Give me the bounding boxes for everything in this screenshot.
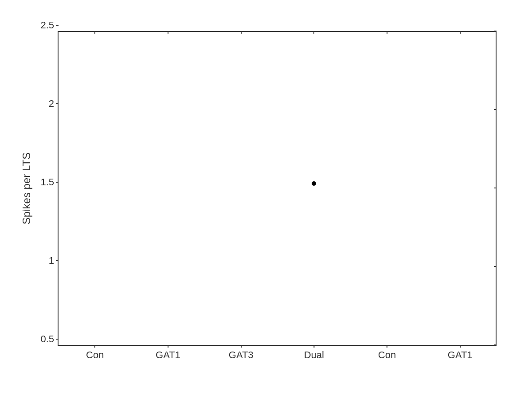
x-tick-gat1: GAT1 [156,345,180,361]
y-tick-2: 2 [36,98,59,110]
y-tick-1.5: 1.5 [36,176,59,188]
right-tick-0.5 [494,344,497,345]
data-point-dual-1.5 [312,181,316,186]
x-tick-gat1-2: GAT1 [448,345,473,361]
right-tick-1.5 [494,188,497,188]
right-tick-2.5 [494,31,497,31]
chart-plot-area: 0.5 1 1.5 2 2.5 [58,31,497,346]
x-tick-con1: Con [86,345,104,361]
x-tick-dual: Dual [304,345,324,361]
top-tick-con2 [387,31,387,34]
y-tick-2.5: 2.5 [36,20,59,31]
y-tick-1: 1 [36,255,59,266]
top-tick-gat1-2 [460,31,461,34]
x-tick-gat3: GAT3 [229,345,254,361]
top-tick-dual [313,31,314,34]
right-tick-1 [494,266,497,267]
right-tick-2 [494,109,497,110]
top-tick-gat3 [241,31,242,34]
y-tick-0.5: 0.5 [36,333,59,345]
top-tick-con1 [94,31,95,34]
y-axis-label: Spikes per LTS [20,153,33,224]
x-tick-con2: Con [378,345,396,361]
chart-container: Spikes per LTS 0.5 1 1.5 2 2.5 [22,18,510,381]
top-border [59,31,497,32]
top-tick-gat1 [168,31,168,34]
